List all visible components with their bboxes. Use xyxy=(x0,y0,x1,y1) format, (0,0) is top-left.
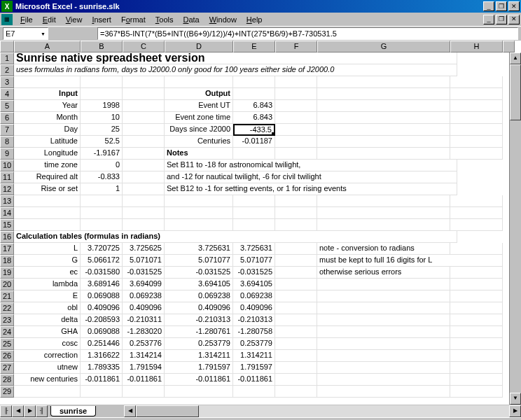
col-header-d[interactable]: D xyxy=(165,41,233,52)
cell[interactable] xyxy=(317,338,450,350)
cell[interactable]: Output xyxy=(165,88,233,100)
cell[interactable]: -0.031580 xyxy=(81,267,123,279)
cell[interactable]: -0.011861 xyxy=(165,374,233,386)
cell[interactable] xyxy=(450,195,503,207)
cell[interactable]: Notes xyxy=(165,148,233,160)
cell[interactable] xyxy=(275,88,317,100)
cell[interactable] xyxy=(275,207,317,219)
cell[interactable] xyxy=(233,219,275,231)
cell[interactable]: utnew xyxy=(14,362,81,374)
cell[interactable] xyxy=(317,314,450,326)
col-header-c[interactable]: C xyxy=(123,41,165,52)
cell[interactable] xyxy=(275,219,317,231)
cell[interactable]: Input xyxy=(14,88,81,100)
cell[interactable]: time zone xyxy=(14,160,81,172)
row-header[interactable]: 14 xyxy=(0,207,14,219)
cell[interactable] xyxy=(275,243,317,255)
cell[interactable]: 0.409096 xyxy=(165,302,233,314)
name-box[interactable]: E7▼ xyxy=(3,27,48,40)
cell[interactable]: GHA xyxy=(14,326,81,338)
cell[interactable] xyxy=(317,148,450,160)
cell[interactable]: 0.069238 xyxy=(233,290,275,302)
scroll-left-button[interactable]: ◀ xyxy=(124,405,136,417)
cell[interactable]: -0.833 xyxy=(81,172,123,183)
cell[interactable] xyxy=(450,302,503,314)
cell[interactable]: Required alt xyxy=(14,172,81,183)
cell[interactable] xyxy=(450,207,503,219)
cell[interactable] xyxy=(81,76,123,88)
cell[interactable] xyxy=(275,290,317,302)
row-header[interactable]: 6 xyxy=(0,112,14,124)
cell[interactable] xyxy=(123,219,165,231)
cell[interactable]: 1.789335 xyxy=(81,362,123,374)
row-header[interactable]: 25 xyxy=(0,338,14,350)
cell[interactable] xyxy=(275,302,317,314)
cell[interactable]: 1.316622 xyxy=(81,350,123,362)
cell[interactable]: Rise or set xyxy=(14,183,81,195)
cell[interactable]: L xyxy=(14,243,81,255)
cell[interactable] xyxy=(450,100,503,112)
cell[interactable] xyxy=(317,362,450,374)
menu-help[interactable]: Help xyxy=(242,14,268,25)
row-header[interactable]: 21 xyxy=(0,290,14,302)
cell[interactable]: 5.071071 xyxy=(123,255,165,267)
cell[interactable] xyxy=(275,112,317,124)
cell[interactable] xyxy=(233,195,275,207)
row-header[interactable]: 27 xyxy=(0,362,14,374)
cell[interactable]: -1.9167 xyxy=(81,148,123,160)
cell[interactable]: Day xyxy=(14,124,81,136)
cell[interactable] xyxy=(275,326,317,338)
cell[interactable] xyxy=(317,207,450,219)
menu-insert[interactable]: Insert xyxy=(87,14,116,25)
cell[interactable] xyxy=(123,136,165,148)
cell[interactable]: 25 xyxy=(81,124,123,136)
menu-view[interactable]: View xyxy=(61,14,88,25)
cell[interactable] xyxy=(14,386,81,398)
cell[interactable]: -0.210311 xyxy=(123,314,165,326)
row-header[interactable]: 24 xyxy=(0,326,14,338)
cell[interactable] xyxy=(450,124,503,136)
cell[interactable]: -0.210313 xyxy=(165,314,233,326)
menu-file[interactable]: File xyxy=(15,14,38,25)
cell[interactable]: lambda xyxy=(14,279,81,290)
row-header[interactable]: 18 xyxy=(0,255,14,267)
cell[interactable] xyxy=(81,219,123,231)
cell[interactable]: 3.694105 xyxy=(233,279,275,290)
col-header-f[interactable]: F xyxy=(275,41,317,52)
cell[interactable] xyxy=(450,326,503,338)
menu-edit[interactable]: Edit xyxy=(38,14,61,25)
cell[interactable] xyxy=(450,290,503,302)
cell[interactable]: 0.253776 xyxy=(123,338,165,350)
cell[interactable] xyxy=(123,160,165,172)
menu-window[interactable]: Window xyxy=(204,14,242,25)
cell[interactable] xyxy=(123,207,165,219)
cell[interactable] xyxy=(123,76,165,88)
cell[interactable] xyxy=(450,267,503,279)
cell[interactable]: 5.071077 xyxy=(165,255,233,267)
cell[interactable] xyxy=(450,314,503,326)
cell[interactable] xyxy=(317,88,450,100)
cell[interactable]: Set B12 to -1 for setting events, or 1 f… xyxy=(165,183,457,195)
cell[interactable] xyxy=(450,88,503,100)
cell[interactable] xyxy=(123,112,165,124)
row-header[interactable]: 13 xyxy=(0,195,14,207)
cell[interactable]: Latitude xyxy=(14,136,81,148)
cell[interactable] xyxy=(317,326,450,338)
cell[interactable] xyxy=(275,279,317,290)
active-cell[interactable]: -433.5 xyxy=(233,124,275,136)
cell[interactable]: 6.843 xyxy=(233,112,275,124)
cell[interactable]: -1.280761 xyxy=(165,326,233,338)
cell[interactable] xyxy=(317,302,450,314)
cell[interactable] xyxy=(450,338,503,350)
cell[interactable]: 3.694099 xyxy=(123,279,165,290)
cell[interactable] xyxy=(275,314,317,326)
scroll-up-button[interactable]: ▲ xyxy=(510,52,521,64)
row-header[interactable]: 10 xyxy=(0,160,14,172)
cell[interactable] xyxy=(275,124,317,136)
cell[interactable]: 1.791597 xyxy=(165,362,233,374)
cell[interactable]: cosc xyxy=(14,338,81,350)
cell[interactable] xyxy=(450,136,503,148)
cell[interactable]: and -12 for nautical twilight, -6 for ci… xyxy=(165,172,457,183)
cell[interactable] xyxy=(123,183,165,195)
cell[interactable] xyxy=(450,362,503,374)
